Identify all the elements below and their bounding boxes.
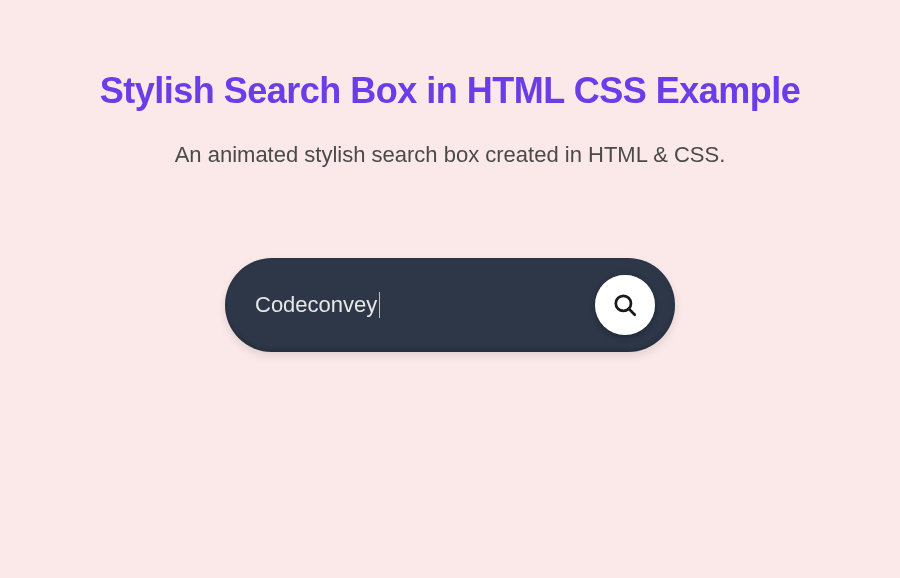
page-subtitle: An animated stylish search box created i… <box>0 142 900 168</box>
search-wrapper: Codeconvey <box>0 258 900 352</box>
search-input[interactable]: Codeconvey <box>255 292 595 318</box>
search-input-text: Codeconvey <box>255 292 377 318</box>
text-cursor <box>379 292 380 318</box>
search-button[interactable] <box>595 275 655 335</box>
page-title: Stylish Search Box in HTML CSS Example <box>0 70 900 112</box>
svg-line-1 <box>629 309 635 315</box>
search-box: Codeconvey <box>225 258 675 352</box>
page-container: Stylish Search Box in HTML CSS Example A… <box>0 0 900 352</box>
search-icon <box>612 292 638 318</box>
